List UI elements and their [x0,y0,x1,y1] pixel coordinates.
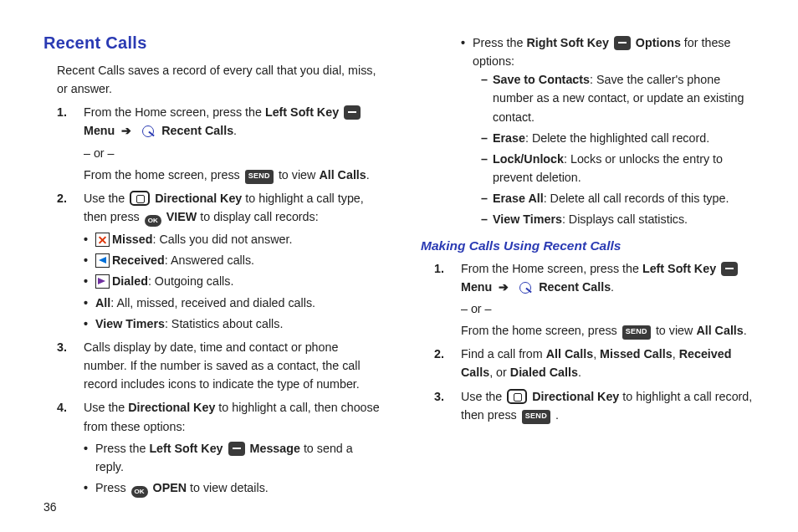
r2-or: , or [489,366,510,379]
bullet-received: Received: Answered calls. [84,251,384,269]
right-column: Press the Right Soft Key Options for the… [421,30,761,503]
arrow-icon: ➔ [121,124,131,137]
message-label: Message [250,442,300,455]
missed-icon [95,233,110,247]
recent-calls-icon-2 [517,280,534,295]
send-key-icon-2: SEND [622,325,651,340]
menu-label-2: Menu [461,280,492,294]
dash-lock: Lock/Unlock: Locks or unlocks the entry … [481,150,761,187]
dash-save-contacts: Save to Contacts: Save the caller's phon… [481,70,761,125]
page-number: 36 [43,500,57,514]
right-soft-key-icon [614,36,631,50]
bullet-options: Press the Right Soft Key Options for the… [461,33,761,229]
vt2-desc: : Displays call statistics. [562,212,688,226]
right-soft-key-label: Right Soft Key [526,36,609,49]
dialed-icon [95,274,110,289]
or-divider-2: – or – [461,299,761,318]
erase-desc: : Delete the highlighted call record. [525,131,709,145]
step-1: From the Home screen, press the Left Sof… [57,103,384,184]
step1-alt-a: From the home screen, press [84,168,243,182]
step-4: Use the Directional Key to highlight a c… [57,398,384,498]
missed-label: Missed [112,233,152,246]
r1-lead: From the Home screen, press the [461,262,642,275]
all-label: All [95,296,110,309]
send-key-icon-3: SEND [522,410,550,424]
bullet-open: Press OK OPEN to view details. [84,478,384,498]
recent-calls-label: Recent Calls [161,124,233,137]
ok-key-icon-2: OK [131,486,148,498]
dash-erase: Erase: Delete the highlighted call recor… [481,129,761,147]
received-label: Received [112,253,165,267]
left-soft-key-label: Left Soft Key [265,105,339,119]
menu-label: Menu [84,124,115,137]
dialed-desc: : Outgoing calls. [148,274,234,288]
ok-key-icon: OK [145,215,161,227]
options-label: Options [636,36,681,49]
dash-erase-all: Erase All: Delete all call records of th… [481,189,761,207]
viewtimers-desc: : Statistics about calls. [165,317,283,330]
heading-making-calls: Making Calls Using Recent Calls [421,236,761,256]
eraseall-label: Erase All [493,192,544,205]
or-divider: – or – [84,144,384,162]
send-key-icon: SEND [245,170,274,184]
lock-label: Lock/Unlock [493,152,564,166]
arrow-icon-2: ➔ [499,280,509,294]
b2a: Press [95,481,130,494]
step1-alt: From the home screen, press SEND to view… [84,166,384,184]
all-desc: : All, missed, received and dialed calls… [110,296,315,309]
open-label: OPEN [153,481,187,494]
step1-lead: From the Home screen, press the [84,105,265,119]
r3-a: Use the [461,390,505,403]
bullet-message: Press the Left Soft Key Message to send … [84,439,384,476]
lsk-label-3: Left Soft Key [642,262,716,275]
r1-alt-b: to view [652,324,696,337]
allcalls-b: All Calls [546,347,593,361]
viewtimers-label: View Timers [95,317,165,330]
bullet-dialed: Dialed: Outgoing calls. [84,272,384,290]
missedcalls-b: Missed Calls [600,347,673,361]
b1a: Press the [95,442,149,455]
view-label: VIEW [166,210,197,223]
rstep-2: Find a call from All Calls, Missed Calls… [434,345,761,381]
dk-label-3: Directional Key [532,390,619,403]
bullet-view-timers: View Timers: Statistics about calls. [84,315,384,333]
left-soft-key-icon [344,105,361,120]
step2-c: to display call records: [197,210,318,223]
all-calls-label-2: All Calls [696,324,743,337]
eraseall-desc: : Delete all call records of this type. [544,192,729,205]
recent-calls-label-2: Recent Calls [539,280,611,294]
r1-alt-a: From the home screen, press [461,324,621,337]
vt2-label: View Timers [493,212,562,226]
directional-key-label: Directional Key [155,192,242,205]
left-column: Recent Calls Recent Calls saves a record… [43,30,384,503]
erase-label: Erase [493,131,525,145]
step4-a: Use the [84,401,128,414]
all-calls-label: All Calls [319,168,366,182]
directional-key-label-2: Directional Key [128,401,215,414]
bullet-all: All: All, missed, received and dialed ca… [84,294,384,312]
received-icon [95,253,110,268]
rtop-a: Press the [473,36,526,49]
missed-desc: : Calls you did not answer. [152,233,292,246]
r2-a: Find a call from [461,347,546,361]
received-desc: : Answered calls. [165,253,254,267]
directional-key-icon [130,191,150,206]
step1-alt-b: to view [275,168,319,182]
heading-recent-calls: Recent Calls [43,30,384,56]
b2c: to view details. [187,481,269,494]
bullet-missed: Missed: Calls you did not answer. [84,230,384,248]
step-3: Calls display by date, time and contact … [57,338,384,393]
recent-calls-icon [140,124,156,139]
rstep-3: Use the Directional Key to highlight a c… [434,387,761,424]
dialed-label: Dialed [112,274,148,288]
step-2: Use the Directional Key to highlight a c… [57,189,384,333]
step2-a: Use the [84,192,128,205]
left-soft-key-icon-3 [721,262,738,276]
dialedcalls-b: Dialed Calls [510,366,578,379]
rstep-1: From the Home screen, press the Left Sof… [434,259,761,340]
save-contacts-label: Save to Contacts [493,73,590,86]
r1-alt: From the home screen, press SEND to view… [461,321,761,340]
dash-view-timers: View Timers: Displays call statistics. [481,210,761,228]
left-soft-key-icon-2 [228,442,245,456]
intro-text: Recent Calls saves a record of every cal… [57,61,384,98]
